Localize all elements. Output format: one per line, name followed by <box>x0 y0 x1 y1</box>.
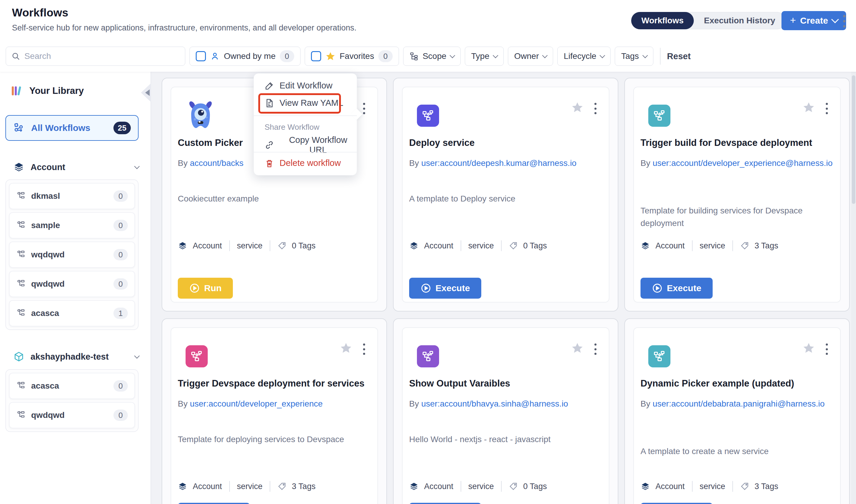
workflow-share-icon <box>13 122 26 134</box>
search-box[interactable] <box>6 47 185 66</box>
owner-link[interactable]: user:account/developer_experience@harnes… <box>652 159 832 168</box>
sidebar-item-wqdqwd[interactable]: wqdqwd 0 <box>9 241 135 268</box>
count-badge: 0 <box>114 278 128 290</box>
scope-label: Account <box>424 482 453 491</box>
sidebar-item-sample[interactable]: sample 0 <box>9 212 135 238</box>
type-label: service <box>468 241 494 251</box>
type-dropdown[interactable]: Type <box>465 47 504 66</box>
execute-button[interactable]: Execute <box>640 278 713 299</box>
favorite-star-icon[interactable] <box>571 101 584 113</box>
scope-label: Account <box>193 482 222 491</box>
scrollbar[interactable] <box>851 72 856 504</box>
library-sidebar: Your Library All Workflows 25 Account dk… <box>0 72 151 504</box>
trash-icon <box>264 159 274 168</box>
sidebar-item-acasca[interactable]: acasca 1 <box>9 300 135 326</box>
workflow-card-trigger-build[interactable]: Trigger build for Devspace deployment By… <box>624 78 850 311</box>
favorite-star-icon[interactable] <box>802 101 815 113</box>
sidebar-item-all-workflows[interactable]: All Workflows 25 <box>5 115 139 141</box>
owned-by-me-checkbox[interactable] <box>196 51 206 61</box>
tab-workflows[interactable]: Workflows <box>631 12 694 29</box>
card-kebab-icon[interactable] <box>822 102 831 115</box>
run-button[interactable]: Run <box>178 278 233 299</box>
card-kebab-icon[interactable] <box>591 102 600 115</box>
card-title: Dynamic Picker example (updated) <box>640 378 838 389</box>
card-meta: Account service 3 Tags <box>640 240 778 251</box>
page-menu-kebab-icon[interactable] <box>840 14 849 29</box>
execute-button[interactable]: Execute <box>640 503 713 504</box>
tag-icon <box>740 241 749 250</box>
card-description: A template to create a new service <box>640 445 832 458</box>
card-kebab-icon[interactable] <box>591 342 600 356</box>
execute-button[interactable]: Execute <box>178 503 250 504</box>
menu-item-view-raw-yaml[interactable]: View Raw YAML <box>264 98 343 108</box>
reset-filters-button[interactable]: Reset <box>667 51 691 61</box>
owner-dropdown[interactable]: Owner <box>508 47 553 66</box>
count-badge: 1 <box>114 308 128 319</box>
search-input[interactable] <box>24 51 179 61</box>
sidebar-group-akshayphadke-test[interactable]: akshayphadke-test <box>13 349 139 364</box>
hierarchy-icon <box>409 52 418 61</box>
sidebar-item-qwdqwd-2[interactable]: qwdqwd 0 <box>9 402 135 428</box>
filter-bar: Owned by me 0 Favorites 0 Scope Type Own… <box>6 47 691 66</box>
execute-button[interactable]: Execute <box>409 278 481 299</box>
sidebar-group-account[interactable]: Account <box>13 160 139 175</box>
owner-link[interactable]: account/backs <box>190 159 243 168</box>
sidebar-item-dkmasl[interactable]: dkmasl 0 <box>9 183 135 209</box>
workflow-card-dynamic-picker[interactable]: Dynamic Picker example (updated) By user… <box>624 318 850 504</box>
owner-link[interactable]: user:account/debabrata.panigrahi@harness… <box>652 399 825 408</box>
tag-icon <box>509 482 518 491</box>
person-icon <box>210 51 220 61</box>
lifecycle-dropdown[interactable]: Lifecycle <box>557 47 611 66</box>
owner-link[interactable]: user:account/bhavya.sinha@harness.io <box>421 399 568 408</box>
favorites-checkbox[interactable] <box>311 51 321 61</box>
card-meta: Account service 3 Tags <box>640 481 778 492</box>
workflow-type-icon <box>648 105 670 127</box>
tag-icon <box>740 482 749 491</box>
workflow-type-icon <box>417 105 439 127</box>
count-badge: 0 <box>114 191 128 202</box>
type-label: service <box>468 482 494 491</box>
tags-dropdown[interactable]: Tags <box>615 47 653 66</box>
layers-icon <box>409 241 419 251</box>
workflow-card-show-output-variables[interactable]: Show Output Varaibles By user:account/bh… <box>393 318 618 504</box>
favorite-star-icon[interactable] <box>802 342 815 354</box>
create-button[interactable]: + Create <box>782 11 846 30</box>
tags-label: 0 Tags <box>523 241 547 251</box>
account-group-list: dkmasl 0 sample 0 wqdqwd 0 qwdqwd 0 acas… <box>5 179 139 330</box>
play-circle-icon <box>421 283 431 293</box>
favorite-star-icon[interactable] <box>340 342 352 354</box>
scope-label: Account <box>193 241 222 251</box>
sidebar-item-qwdqwd[interactable]: qwdqwd 0 <box>9 271 135 297</box>
owned-by-me-filter[interactable]: Owned by me 0 <box>189 47 301 66</box>
workflow-card-trigger-devspace[interactable]: Trigger Devspace deployment for services… <box>161 318 387 504</box>
card-meta: Account service 0 Tags <box>409 240 547 251</box>
document-icon <box>264 98 274 108</box>
card-kebab-icon[interactable] <box>822 342 831 356</box>
execute-button[interactable]: Execute <box>409 503 481 504</box>
page-subtitle: Self-service hub for new applications, i… <box>12 23 357 33</box>
menu-item-delete-workflow[interactable]: Delete workflow <box>264 158 341 168</box>
menu-item-edit-workflow[interactable]: Edit Workflow <box>264 81 332 91</box>
owner-link[interactable]: user:account/deepesh.kumar@harness.io <box>421 159 577 168</box>
count-badge: 0 <box>114 380 128 392</box>
search-icon <box>11 51 20 61</box>
scope-dropdown[interactable]: Scope <box>403 47 461 66</box>
owner-link[interactable]: user:account/developer_experience <box>190 399 323 408</box>
card-description: Template for deploying services to Devsp… <box>178 433 369 446</box>
akshayphadke-group-list: acasca 0 qwdqwd 0 <box>5 369 139 432</box>
sidebar-item-acasca-2[interactable]: acasca 0 <box>9 373 135 399</box>
owned-count-badge: 0 <box>280 50 294 62</box>
cube-icon <box>13 351 24 362</box>
card-kebab-icon[interactable] <box>359 342 369 356</box>
layers-icon <box>178 241 187 251</box>
star-icon <box>325 51 336 61</box>
workflow-card-deploy-service[interactable]: Deploy service By user:account/deepesh.k… <box>393 78 618 311</box>
count-badge: 0 <box>114 249 128 260</box>
scope-label: Account <box>655 241 685 251</box>
tab-execution-history[interactable]: Execution History <box>694 12 785 29</box>
scrollbar-thumb[interactable] <box>852 75 855 204</box>
favorites-count-badge: 0 <box>378 50 393 62</box>
favorite-star-icon[interactable] <box>571 342 584 354</box>
sidebar-collapse-button[interactable] <box>141 83 151 102</box>
favorites-filter[interactable]: Favorites 0 <box>305 47 399 66</box>
